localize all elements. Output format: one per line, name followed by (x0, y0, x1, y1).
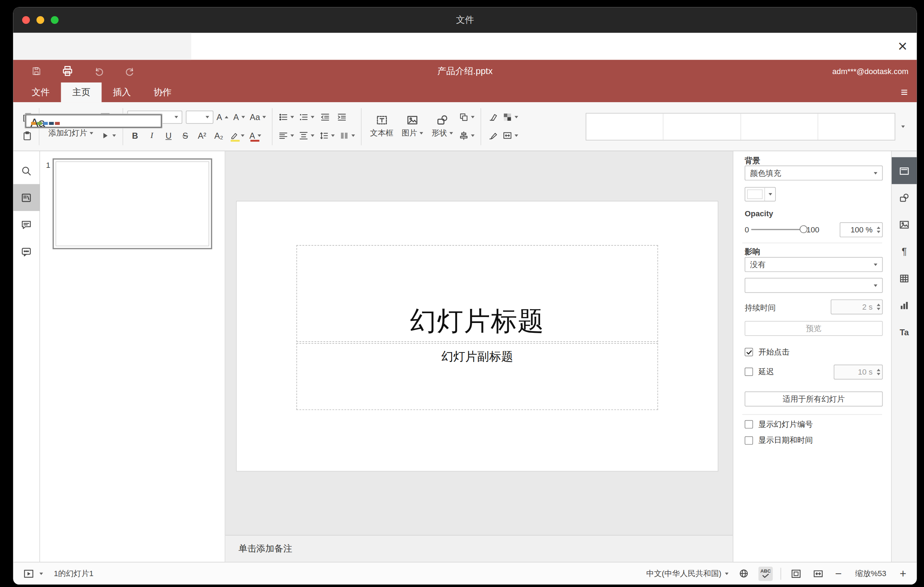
shape-settings-tab[interactable] (891, 184, 917, 211)
theme-gallery-expand-button[interactable] (895, 113, 911, 140)
paste-icon[interactable] (19, 128, 35, 143)
line-spacing-button[interactable] (317, 128, 336, 143)
font-color-swatch (250, 140, 259, 142)
start-on-click-label: 开始点击 (758, 346, 790, 358)
copy-style-button[interactable] (485, 128, 501, 143)
superscript-button[interactable]: A² (194, 128, 210, 143)
print-icon[interactable] (61, 64, 74, 77)
tab-home[interactable]: 主页 (61, 82, 102, 102)
set-language-globe-button[interactable] (736, 566, 751, 581)
background-fill-select[interactable]: 颜色填充 (744, 166, 883, 181)
theme-thumbnail-1[interactable] (586, 114, 663, 140)
delay-spinner[interactable]: 10 s (834, 364, 883, 379)
tab-collaboration[interactable]: 协作 (142, 82, 183, 102)
paragraph-settings-tab[interactable]: ¶ (891, 238, 917, 265)
zoom-in-button[interactable]: + (898, 567, 909, 580)
image-settings-tab[interactable] (891, 211, 917, 238)
background-color-picker[interactable] (744, 187, 776, 201)
bullets-button[interactable] (277, 110, 295, 125)
left-toolbar (13, 151, 40, 562)
language-selector[interactable]: 中文(中华人民共和国) (646, 568, 728, 579)
zoom-window-button[interactable] (51, 16, 59, 24)
theme-color-swatch (31, 122, 36, 125)
slide-size-button[interactable] (501, 128, 520, 143)
highlight-color-button[interactable] (228, 128, 246, 143)
italic-button[interactable]: I (144, 128, 159, 143)
show-date-time-checkbox[interactable] (744, 436, 753, 445)
insert-shape-button[interactable]: 形状 (427, 114, 457, 139)
opacity-spinner[interactable]: 100 % (840, 222, 883, 237)
start-slideshow-button[interactable] (98, 128, 118, 143)
search-button[interactable] (13, 157, 40, 184)
slide-thumbnail-selected[interactable] (53, 158, 213, 249)
horizontal-align-button[interactable] (277, 128, 295, 143)
increase-font-button[interactable]: A (214, 110, 230, 125)
theme-thumbnail-5[interactable] (818, 114, 894, 140)
effect-select[interactable]: 没有 (744, 257, 883, 272)
slides-panel-button[interactable] (13, 184, 40, 211)
traffic-lights (22, 7, 59, 33)
title-placeholder[interactable]: 幻灯片标题 (296, 245, 658, 342)
underline-button[interactable]: U (161, 128, 176, 143)
close-window-button[interactable] (22, 16, 30, 24)
fill-color-button[interactable] (501, 110, 520, 125)
opacity-slider[interactable] (751, 229, 804, 230)
letter-glyph: A (249, 131, 255, 140)
notes-area[interactable]: 单击添加备注 (225, 535, 733, 562)
tab-insert[interactable]: 插入 (101, 82, 142, 102)
theme-thumbnail-4-selected[interactable]: Aa (25, 114, 163, 129)
panel-divider (742, 242, 882, 243)
minimize-window-button[interactable] (36, 16, 44, 24)
decrease-indent-button[interactable] (317, 110, 333, 125)
fit-slide-button[interactable] (789, 566, 803, 581)
numbering-button[interactable] (297, 110, 316, 125)
hamburger-menu-icon[interactable]: ≡ (901, 82, 908, 102)
zoom-out-button[interactable]: − (833, 567, 844, 580)
columns-button[interactable] (338, 128, 357, 143)
spellcheck-button[interactable]: ABC (758, 566, 773, 581)
redo-icon[interactable] (123, 64, 136, 77)
bold-button[interactable]: B (127, 128, 143, 143)
chart-settings-tab[interactable] (891, 292, 917, 319)
color-swatch (747, 190, 762, 199)
arrange-shapes-button[interactable] (457, 110, 477, 125)
start-on-click-checkbox-checked[interactable] (744, 348, 753, 356)
font-size-select[interactable] (186, 110, 213, 124)
main-area: 1 幻灯片标题 幻灯片副标题 单击添加备注 背景 颜色填充 (13, 151, 917, 562)
comments-button[interactable] (13, 211, 40, 238)
vertical-align-button[interactable] (297, 128, 316, 143)
delay-checkbox[interactable] (744, 368, 753, 376)
close-icon[interactable]: × (898, 38, 907, 54)
textart-settings-tab[interactable]: Ta (891, 318, 917, 345)
save-icon[interactable] (30, 64, 43, 77)
apply-to-all-slides-button[interactable]: 适用于所有幻灯片 (744, 391, 883, 407)
duration-spinner[interactable]: 2 s (831, 300, 883, 315)
strikethrough-button[interactable]: S (178, 128, 193, 143)
clear-style-button[interactable] (485, 110, 501, 125)
decrease-font-button[interactable]: A (231, 110, 247, 125)
increase-indent-button[interactable] (334, 110, 350, 125)
start-slideshow-status-button[interactable] (21, 566, 36, 581)
insert-textbox-button[interactable]: 文本框 (366, 114, 398, 139)
chat-button[interactable] (13, 238, 40, 265)
chevron-down-icon (291, 116, 294, 118)
slide[interactable]: 幻灯片标题 幻灯片副标题 (236, 201, 718, 472)
undo-icon[interactable] (92, 64, 105, 77)
slide-settings-tab[interactable] (891, 157, 917, 184)
fit-width-button[interactable] (811, 566, 825, 581)
font-color-button[interactable]: A (248, 128, 263, 143)
align-shapes-button[interactable] (457, 128, 477, 143)
preview-button[interactable]: 预览 (744, 321, 883, 336)
effect-type-select[interactable] (744, 278, 883, 293)
change-case-button[interactable]: Aa (248, 110, 267, 125)
subscript-button[interactable]: A₂ (211, 128, 226, 143)
apply-all-label: 适用于所有幻灯片 (782, 394, 845, 404)
tab-file[interactable]: 文件 (20, 82, 61, 102)
insert-image-button[interactable]: 图片 (398, 114, 427, 139)
theme-thumbnail-2[interactable] (663, 114, 741, 140)
subtitle-placeholder[interactable]: 幻灯片副标题 (296, 343, 658, 410)
chevron-down-icon (419, 132, 423, 134)
table-settings-tab[interactable] (891, 265, 917, 292)
theme-thumbnail-3[interactable] (741, 114, 818, 140)
show-slide-number-checkbox[interactable] (744, 420, 753, 429)
